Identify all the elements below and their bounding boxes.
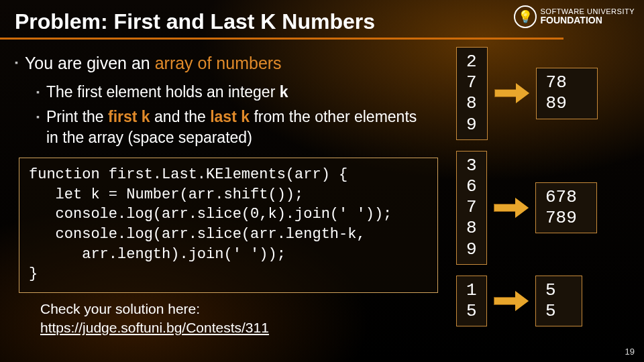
example-output: 678 789 [535,182,597,233]
bullet2b-firstk: first k [108,108,150,125]
arrow-icon [494,84,529,102]
example-row: 3 6 7 8 9 678 789 [456,151,637,265]
example-output: 5 5 [535,276,582,326]
bullet1-highlight: array of numbers [155,54,282,72]
example-row: 1 5 5 5 [456,276,637,326]
example-output: 78 89 [536,68,598,119]
example-input: 1 5 [456,276,487,326]
logo-text-bottom: FOUNDATION [541,15,635,25]
brand-logo: 💡 SOFTWARE UNIVERSITY FOUNDATION [514,5,635,28]
bullet1-text-pre: You are given an [25,54,155,72]
title-underline [0,38,564,40]
example-input: 2 7 8 9 [456,47,488,140]
arrow-icon [494,292,529,310]
bullet2b-lastk: last k [210,108,250,125]
example-input: 3 6 7 8 9 [456,151,487,265]
bullet2a-text: The first element holds an integer [46,83,280,101]
bullet2b-mid: and the [150,108,211,125]
content-area: ▪ You are given an array of numbers ▪ Th… [15,52,431,338]
check-label: Check your solution here: [40,301,200,316]
arrow-icon [494,199,529,217]
bullet-level2: ▪ The first element holds an integer k [36,82,431,103]
lightbulb-icon: 💡 [514,5,537,28]
bullet-level1: ▪ You are given an array of numbers [15,52,431,75]
check-solution-line: Check your solution here: https://judge.… [40,300,431,338]
bullet-icon: ▪ [15,52,18,75]
slide-title: Problem: First and Last K Numbers [15,9,375,34]
bullet-icon: ▪ [36,82,40,103]
bullet-level2: ▪ Print the first k and the last k from … [36,107,431,148]
examples-column: 2 7 8 9 78 89 3 6 7 8 9 678 789 1 5 5 5 [456,47,637,337]
bullet2a-k: k [280,83,288,101]
bullet2b-pre: Print the [46,108,108,125]
solution-link[interactable]: https://judge.softuni.bg/Contests/311 [40,320,269,335]
code-block: function first.Last.KElements(arr) { let… [19,158,438,293]
page-number: 19 [625,347,635,357]
example-row: 2 7 8 9 78 89 [456,47,637,140]
bullet-icon: ▪ [36,107,40,148]
